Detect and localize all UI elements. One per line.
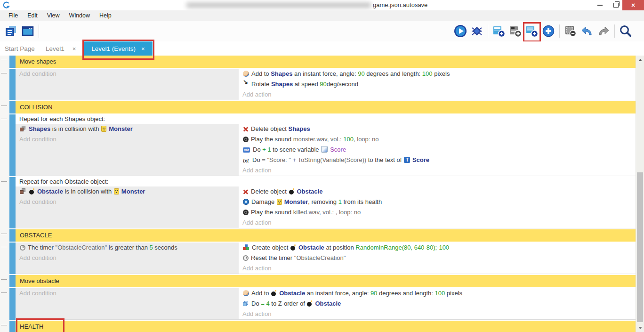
add-condition-button[interactable]: Add condition — [16, 288, 239, 299]
menu-file[interactable]: File — [4, 10, 23, 21]
actions-column: Delete object ShapesPlay the sound monst… — [240, 124, 636, 176]
event-selection-bar[interactable] — [9, 288, 16, 320]
toolbar-separator — [614, 24, 615, 38]
menu-window[interactable]: Window — [64, 10, 95, 21]
add-condition-button[interactable]: Add condition — [16, 134, 239, 145]
minimize-button[interactable] — [592, 0, 607, 10]
condition-row[interactable]: The timer "ObstacleCreation" is greater … — [16, 243, 239, 253]
add-condition-button[interactable]: Add condition — [16, 69, 239, 79]
action-row[interactable]: Add to Obstacle an instant force, angle:… — [240, 288, 636, 299]
event-selection-bar[interactable] — [9, 275, 16, 287]
text-segment: pixels — [445, 290, 462, 297]
tab-close-icon[interactable]: × — [141, 45, 145, 52]
fold-handle[interactable] — [0, 243, 9, 274]
event-selection-bar[interactable] — [9, 321, 16, 332]
group-header[interactable]: Move shapes — [16, 56, 636, 68]
action-row[interactable]: Delete object Shapes — [240, 124, 636, 134]
text-segment: , removing — [308, 198, 338, 205]
action-row[interactable]: Play the sound monster.wav, vol.: 100, l… — [240, 134, 636, 145]
action-row[interactable]: Rotate Shapes at speed 90deg/second — [240, 79, 636, 89]
debug-button[interactable] — [469, 24, 484, 39]
add-action-button[interactable]: Add action — [240, 263, 636, 274]
add-action-button[interactable]: Add action — [240, 309, 636, 319]
event-selection-bar[interactable] — [9, 243, 16, 274]
action-row[interactable]: Reset the timer "ObstacleCreation" — [240, 253, 636, 263]
event-selection-bar[interactable] — [9, 229, 16, 242]
menu-help[interactable]: Help — [95, 10, 116, 21]
action-row[interactable]: Damage Monster, removing 1 from its heal… — [240, 197, 636, 207]
close-button[interactable]: × — [622, 0, 644, 10]
event-selection-bar[interactable] — [9, 56, 16, 68]
add-action-button[interactable]: Add action — [240, 218, 636, 228]
fold-handle[interactable] — [0, 275, 9, 287]
action-row[interactable]: Do = "Score: " + ToString(Variable(Score… — [240, 155, 636, 165]
tab-start-page[interactable]: Start Page — [5, 41, 35, 56]
fold-handle[interactable] — [0, 114, 9, 176]
add-event-button[interactable] — [491, 24, 507, 39]
add-action-button[interactable]: Add action — [240, 89, 636, 100]
play-button[interactable] — [453, 24, 468, 39]
group-header[interactable]: OBSTACLE — [16, 229, 636, 242]
add-action-button[interactable]: Add action — [240, 165, 636, 176]
events-list: Move shapesAdd conditionAdd to Shapes an… — [0, 56, 636, 332]
scroll-up-icon[interactable] — [636, 56, 644, 64]
text-segment: 90 — [370, 290, 377, 297]
fold-handle[interactable] — [0, 321, 9, 332]
menu-view[interactable]: View — [42, 10, 64, 21]
undo-button[interactable] — [580, 24, 595, 39]
repeat-header[interactable]: Repeat for each Obstacle object: — [16, 177, 636, 186]
events-sheet: Move shapesAdd conditionAdd to Shapes an… — [0, 56, 636, 332]
fold-handle[interactable] — [0, 101, 9, 113]
text-segment: to Z-order of — [270, 300, 307, 307]
add-condition-button[interactable]: Add condition — [16, 253, 239, 263]
add-comment-icon — [509, 24, 522, 38]
open-scene-editor-button[interactable] — [20, 24, 35, 39]
condition-row[interactable]: Obstacle is in collision with Monster — [16, 186, 239, 197]
text-segment: Add condition — [19, 290, 56, 297]
group-header[interactable]: Move obstacle — [16, 275, 636, 287]
event-selection-bar[interactable] — [9, 114, 16, 176]
tab-level1-events[interactable]: Level1 (Events) × — [84, 41, 153, 56]
fold-handle[interactable] — [0, 69, 9, 100]
repeat-header[interactable]: Repeat for each Shapes object: — [16, 114, 636, 124]
condition-row[interactable]: Shapes is in collision with Monster — [16, 124, 239, 134]
redo-button[interactable] — [596, 24, 611, 39]
tab-close-icon[interactable]: × — [72, 45, 76, 52]
open-project-items-button[interactable] — [4, 24, 19, 39]
fold-handle[interactable] — [0, 177, 9, 228]
text-segment: Play the sound — [251, 136, 293, 143]
group-header[interactable]: COLLISION — [16, 101, 636, 113]
text-segment: 90 — [320, 81, 326, 88]
action-row[interactable]: Do = 4 to Z-order of Obstacle — [240, 299, 636, 309]
add-comment-button[interactable] — [508, 24, 523, 39]
fold-handle[interactable] — [0, 56, 9, 68]
add-other-event-button[interactable] — [541, 24, 556, 39]
action-row[interactable]: Add to Shapes an instant force, angle: 9… — [240, 69, 636, 79]
remove-event-button[interactable] — [563, 24, 578, 39]
timer-icon — [20, 245, 25, 251]
action-row[interactable]: Do + 1 to scene variable Score — [240, 145, 636, 155]
event-selection-bar[interactable] — [9, 177, 16, 228]
add-sub-event-button[interactable] — [524, 24, 539, 39]
event-selection-bar[interactable] — [9, 69, 16, 100]
tab-level1[interactable]: Level1 × — [46, 41, 76, 56]
text-segment: Add action — [242, 310, 271, 317]
add-circle-icon — [542, 24, 555, 38]
action-row[interactable]: Create object Obstacle at position Rando… — [240, 243, 636, 253]
restore-button[interactable] — [608, 0, 623, 10]
text-segment: Create object — [252, 244, 290, 251]
add-condition-button[interactable]: Add condition — [16, 197, 239, 207]
search-button[interactable] — [618, 24, 633, 39]
fold-handle[interactable] — [0, 229, 9, 242]
action-row[interactable]: Play the sound killed.wav, vol.: , loop:… — [240, 207, 636, 218]
vertical-scrollbar[interactable] — [636, 56, 644, 332]
group-header[interactable]: HEALTH — [16, 321, 636, 332]
event-selection-bar[interactable] — [9, 101, 16, 113]
scrollbar-thumb[interactable] — [637, 172, 643, 322]
fold-handle[interactable] — [0, 288, 9, 320]
text-segment: Shapes — [271, 70, 292, 77]
menu-edit[interactable]: Edit — [23, 10, 42, 21]
conditions-column: Add condition — [16, 69, 240, 100]
action-row[interactable]: Delete object Obstacle — [240, 186, 636, 197]
scroll-down-icon[interactable] — [636, 324, 644, 332]
